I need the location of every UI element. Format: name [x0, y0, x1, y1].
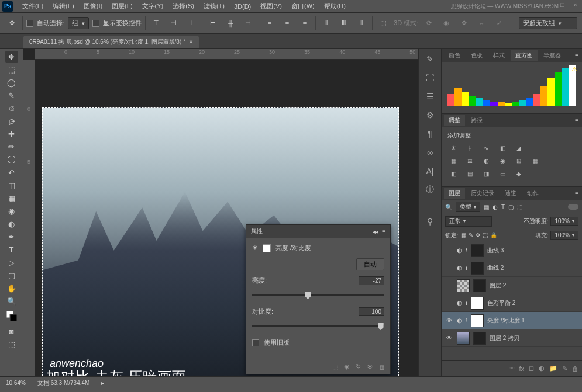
tool-type[interactable]: T: [5, 244, 18, 255]
tab-history[interactable]: 历史记录: [466, 188, 499, 199]
align-left-icon[interactable]: ⊢: [206, 16, 220, 30]
menu-file[interactable]: 文件(F): [18, 2, 48, 11]
tab-histogram[interactable]: 直方图: [511, 50, 538, 61]
layer-mask-thumb[interactable]: [471, 262, 484, 275]
layer-row[interactable]: ◐⁞色彩平衡 2: [442, 294, 582, 312]
info-icon[interactable]: ⓘ: [423, 183, 437, 196]
panel-menu-icon[interactable]: ≡: [382, 228, 385, 235]
adj-brightness-icon[interactable]: ☀: [447, 143, 459, 152]
layer-name[interactable]: 亮度 /对比度 1: [487, 317, 525, 325]
tool-stamp[interactable]: ⛶: [5, 154, 18, 165]
tool-colors[interactable]: [5, 308, 18, 324]
3d-slide-icon[interactable]: ↔: [474, 16, 488, 30]
dist-left-icon[interactable]: Ⅲ: [319, 16, 333, 30]
add-mask-icon[interactable]: ◻: [529, 365, 534, 372]
adj-gradmap-icon[interactable]: ▭: [497, 169, 508, 178]
layer-mask-thumb[interactable]: [473, 279, 486, 292]
align-bottom-icon[interactable]: ⊥: [184, 16, 198, 30]
tool-brush[interactable]: ✏: [5, 141, 18, 152]
menu-view[interactable]: 视图(V): [256, 2, 287, 11]
brushes-icon[interactable]: ✎: [423, 53, 437, 65]
adj-levels-icon[interactable]: ⟊: [464, 143, 476, 152]
tool-blur[interactable]: ◉: [5, 205, 18, 217]
tab-color[interactable]: 颜色: [444, 50, 465, 61]
close-icon[interactable]: ×: [571, 1, 580, 8]
visibility-toggle[interactable]: 👁: [445, 317, 453, 324]
tool-eraser[interactable]: ◫: [5, 179, 18, 191]
tool-quickmask[interactable]: ◙: [5, 325, 18, 337]
layer-list[interactable]: ◐⁞曲线 3 ◐⁞曲线 2 图层 2 ◐⁞色彩平衡 2 👁◐⁞亮度 /对比度 1…: [442, 242, 582, 360]
filter-toggle[interactable]: [568, 204, 578, 210]
blend-mode-dropdown[interactable]: 正常: [445, 216, 492, 227]
menu-type[interactable]: 文字(Y): [137, 2, 168, 11]
tool-path[interactable]: ▷: [5, 256, 18, 268]
dist-vcenter-icon[interactable]: ≡: [280, 16, 294, 30]
new-layer-icon[interactable]: ✎: [562, 365, 567, 372]
document-tab[interactable]: 0R9A0111 拷 贝.psd @ 10.6% (亮度/对比度 1, 图层蒙版…: [23, 36, 199, 48]
doc-size[interactable]: 文档:63.3 M/734.4M: [37, 379, 89, 387]
layer-row[interactable]: 图层 2: [442, 277, 582, 294]
adj-photofilter-icon[interactable]: ◉: [497, 156, 508, 165]
adj-bw-icon[interactable]: ◐: [480, 156, 492, 165]
layer-name[interactable]: 图层 2 拷贝: [490, 334, 519, 342]
menu-edit[interactable]: 编辑(E): [48, 2, 79, 11]
delete-icon[interactable]: 🗑: [379, 363, 385, 370]
minimize-icon[interactable]: —: [542, 1, 553, 8]
menu-help[interactable]: 帮助(H): [319, 2, 350, 11]
new-adjustment-icon[interactable]: ◐: [539, 365, 545, 372]
filter-type-icon[interactable]: T: [501, 204, 505, 210]
menu-3d[interactable]: 3D(D): [229, 3, 256, 10]
tab-styles[interactable]: 样式: [488, 50, 509, 61]
tool-marquee[interactable]: ⬚: [5, 64, 18, 75]
dist-right-icon[interactable]: Ⅲ: [354, 16, 369, 30]
3d-scale-icon[interactable]: ⤢: [492, 16, 506, 30]
maximize-icon[interactable]: □: [558, 1, 567, 8]
adj-hue-icon[interactable]: ▦: [447, 156, 459, 165]
filter-search-icon[interactable]: 🔍: [445, 204, 452, 210]
layer-row[interactable]: 👁图层 2 拷贝: [442, 329, 582, 347]
3d-icon[interactable]: ⬚: [376, 16, 390, 30]
tab-adjustments[interactable]: 调整: [444, 115, 465, 126]
tool-lasso[interactable]: ◯: [5, 77, 18, 88]
tool-gradient[interactable]: ▦: [5, 192, 18, 204]
tool-healing[interactable]: ✚: [5, 128, 18, 140]
showtransform-checkbox[interactable]: [92, 20, 99, 27]
workspace-dropdown[interactable]: 安超无敌组: [519, 17, 577, 29]
layer-row[interactable]: ◐⁞曲线 2: [442, 259, 582, 277]
new-group-icon[interactable]: 📁: [549, 365, 557, 372]
autoselect-checkbox[interactable]: [26, 20, 33, 27]
menu-image[interactable]: 图像(I): [79, 2, 107, 11]
contrast-slider[interactable]: [252, 322, 384, 330]
layer-row[interactable]: ◐⁞曲线 3: [442, 242, 582, 259]
lock-artboard-icon[interactable]: ⬚: [483, 232, 488, 238]
filter-pixel-icon[interactable]: ▦: [484, 204, 489, 210]
panel-menu-icon[interactable]: ≡: [575, 117, 582, 124]
menu-window[interactable]: 窗口(W): [287, 2, 319, 11]
view-prev-icon[interactable]: ◉: [344, 363, 350, 370]
tool-screenmode[interactable]: ⬚: [5, 338, 18, 350]
tab-paths[interactable]: 路径: [466, 115, 487, 126]
menu-layer[interactable]: 图层(L): [107, 2, 137, 11]
adj-colorbalance-icon[interactable]: ⚖: [464, 156, 476, 165]
lock-all-icon[interactable]: 🔒: [490, 232, 497, 238]
menu-filter[interactable]: 滤镜(T): [199, 2, 229, 11]
layer-name[interactable]: 曲线 2: [487, 264, 504, 272]
delete-layer-icon[interactable]: 🗑: [572, 365, 578, 372]
adj-selective-icon[interactable]: ◆: [513, 169, 525, 178]
adj-threshold-icon[interactable]: ◨: [480, 169, 492, 178]
fx-icon[interactable]: fx: [519, 365, 524, 372]
tool-zoom[interactable]: 🔍: [5, 295, 18, 307]
mask-icon[interactable]: [263, 244, 271, 252]
adj-exposure-icon[interactable]: ◧: [497, 143, 508, 152]
brush-presets-icon[interactable]: ☰: [423, 90, 437, 103]
adj-invert-icon[interactable]: ◧: [447, 169, 459, 178]
filter-kind-dropdown[interactable]: 类型: [456, 202, 480, 212]
reset-icon[interactable]: ↻: [356, 363, 361, 370]
filter-shape-icon[interactable]: ▢: [508, 204, 514, 210]
tool-shape[interactable]: ▢: [5, 269, 18, 281]
adj-vibrance-icon[interactable]: ◢: [513, 143, 525, 152]
paragraph-icon[interactable]: ¶: [423, 127, 437, 140]
cache-warning-icon[interactable]: ⚠: [571, 65, 577, 73]
filter-adjust-icon[interactable]: ◐: [493, 204, 498, 210]
tab-layers[interactable]: 图层: [444, 188, 465, 199]
